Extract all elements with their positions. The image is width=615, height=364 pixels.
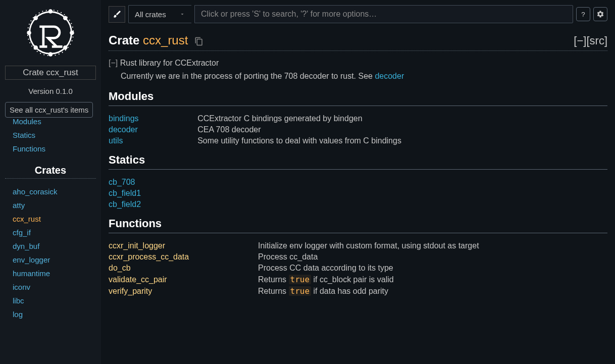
function-row: validate_cc_pairReturns true if cc_block…	[109, 274, 607, 285]
crates-heading: Crates	[5, 165, 96, 179]
svg-point-7	[64, 17, 67, 20]
module-desc: CEA 708 decoder	[197, 124, 607, 135]
svg-point-4	[28, 31, 31, 34]
function-link-verify_parity[interactable]: verify_parity	[109, 287, 152, 295]
function-desc: Returns true if cc_block pair is valid	[258, 274, 607, 285]
svg-point-6	[34, 17, 37, 20]
copy-path-button[interactable]	[194, 37, 203, 46]
module-desc: CCExtractor C bindings generated by bind…	[197, 113, 607, 124]
crate-link-dyn_buf[interactable]: dyn_buf	[5, 239, 96, 253]
module-row: utilsSome utility functions to deal with…	[109, 135, 607, 146]
modules-header: Modules	[109, 90, 607, 106]
rust-logo-icon	[25, 8, 76, 58]
svg-point-9	[64, 46, 67, 49]
heading-crate-name[interactable]: ccx_rust	[143, 33, 188, 47]
svg-point-3	[49, 53, 52, 56]
main-content: All crates ? Crate ccx_rust [−][src] [−]…	[101, 0, 615, 364]
clipboard-icon	[194, 37, 203, 46]
help-button[interactable]: ?	[576, 7, 590, 21]
module-desc: Some utility functions to deal with valu…	[197, 135, 607, 146]
version-label: Version 0.1.0	[5, 87, 96, 95]
function-link-validate_cc_pair[interactable]: validate_cc_pair	[109, 275, 167, 284]
functions-table: ccxr_init_loggerInitialize env logger wi…	[109, 240, 607, 297]
crate-list: aho_corasickattyccx_rustcfg_ifdyn_bufenv…	[5, 185, 96, 321]
crate-location: Crate ccx_rust	[5, 66, 96, 80]
static-link-cb_708[interactable]: cb_708	[109, 177, 607, 188]
svg-point-2	[49, 10, 52, 13]
crate-link-iconv[interactable]: iconv	[5, 280, 96, 294]
src-link[interactable]: [src]	[586, 34, 607, 47]
functions-header: Functions	[109, 217, 607, 233]
module-link-decoder[interactable]: decoder	[109, 125, 138, 134]
doc-paragraph: Currently we are in the process of porti…	[121, 72, 607, 81]
svg-point-5	[71, 31, 74, 34]
crate-link-log[interactable]: log	[5, 307, 96, 321]
rust-logo[interactable]	[5, 5, 96, 66]
crate-link-aho_corasick[interactable]: aho_corasick	[5, 185, 96, 198]
svg-point-8	[34, 46, 37, 49]
static-link-cb_field1[interactable]: cb_field1	[109, 188, 607, 199]
page-heading: Crate ccx_rust [−][src]	[109, 33, 607, 51]
doc-toggle[interactable]: [−]	[109, 59, 120, 67]
function-row: ccxr_process_cc_dataProcess cc_data	[109, 251, 607, 263]
function-desc: Process cc_data	[258, 251, 607, 263]
crate-link-env_logger[interactable]: env_logger	[5, 253, 96, 267]
collapse-toggle[interactable]: [−]	[574, 34, 586, 47]
see-all-items-button[interactable]: See all ccx_rust's items	[5, 102, 93, 118]
module-link-utils[interactable]: utils	[109, 136, 123, 145]
crate-link-cfg_if[interactable]: cfg_if	[5, 226, 96, 239]
function-link-ccxr_process_cc_data[interactable]: ccxr_process_cc_data	[109, 252, 189, 261]
function-desc: Process CC data according to its type	[258, 263, 607, 274]
sidebar-block-links: ModulesStaticsFunctions	[5, 115, 96, 155]
theme-picker-button[interactable]	[109, 6, 125, 23]
module-row: bindingsCCExtractor C bindings generated…	[109, 113, 607, 124]
function-link-do_cb[interactable]: do_cb	[109, 264, 131, 272]
sidebar: Crate ccx_rust Version 0.1.0 See all ccx…	[0, 0, 101, 364]
gear-icon	[596, 10, 604, 18]
function-desc: Returns true if data has odd parity	[258, 285, 607, 297]
crate-link-ccx_rust[interactable]: ccx_rust	[5, 212, 96, 226]
crate-select-label: All crates	[135, 10, 166, 19]
module-row: decoderCEA 708 decoder	[109, 124, 607, 135]
sidebar-block-statics[interactable]: Statics	[5, 128, 96, 142]
function-desc: Initialize env logger with custom format…	[258, 240, 607, 251]
chevron-down-icon	[179, 11, 185, 17]
heading-kind: Crate	[109, 33, 143, 47]
settings-button[interactable]	[593, 7, 607, 21]
search-input[interactable]	[194, 5, 573, 23]
crate-select-dropdown[interactable]: All crates	[128, 5, 191, 23]
function-row: ccxr_init_loggerInitialize env logger wi…	[109, 240, 607, 251]
doc-summary-text: Rust library for CCExtractor	[120, 59, 219, 67]
sidebar-block-functions[interactable]: Functions	[5, 142, 96, 155]
static-link-cb_field2[interactable]: cb_field2	[109, 199, 607, 210]
statics-list: cb_708cb_field1cb_field2	[109, 177, 607, 210]
doc-summary: [−] Rust library for CCExtractor	[109, 59, 607, 68]
crate-link-atty[interactable]: atty	[5, 198, 96, 212]
function-row: verify_parityReturns true if data has od…	[109, 285, 607, 297]
decoder-link[interactable]: decoder	[375, 72, 404, 80]
brush-icon	[113, 10, 122, 19]
crate-link-libc[interactable]: libc	[5, 294, 96, 307]
function-row: do_cbProcess CC data according to its ty…	[109, 263, 607, 274]
modules-table: bindingsCCExtractor C bindings generated…	[109, 113, 607, 146]
topbar: All crates ?	[109, 5, 607, 23]
function-link-ccxr_init_logger[interactable]: ccxr_init_logger	[109, 241, 165, 250]
statics-header: Statics	[109, 153, 607, 170]
module-link-bindings[interactable]: bindings	[109, 114, 139, 123]
crate-link-humantime[interactable]: humantime	[5, 267, 96, 280]
